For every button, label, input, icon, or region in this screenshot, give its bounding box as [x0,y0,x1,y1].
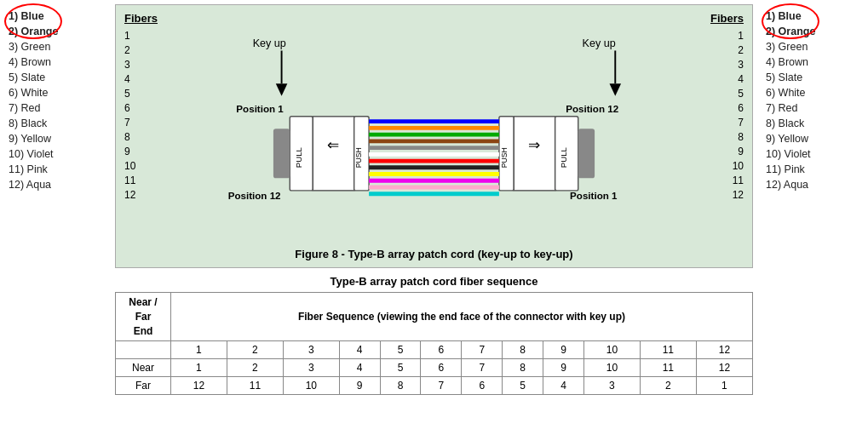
svg-marker-1 [276,83,288,96]
right-fiber-item: 7) Red [766,100,864,116]
right-fiber-item: 3) Green [766,39,864,54]
left-fiber-item: 12) Aqua [9,177,106,192]
page-container: 1) Blue2) Orange3) Green4) Brown5) Slate… [0,0,868,429]
far-row: Far 12 11 10 9 8 7 6 5 4 3 2 1 [116,377,753,395]
col-9: 9 [543,341,584,359]
fiber-num-left: 8 [124,130,135,145]
far-6: 7 [421,377,462,395]
left-fiber-item: 5) Slate [9,70,106,85]
push-label-right: PUSH [500,147,509,168]
right-fiber-item: 5) Slate [766,70,864,85]
far-7: 6 [462,377,503,395]
pull-label-right: PULL [559,146,568,168]
left-fiber-item: 4) Brown [9,54,106,70]
right-fiber-item: 6) White [766,85,864,100]
fiber-num-left: 5 [124,87,135,101]
far-10: 3 [583,377,640,395]
col-11: 11 [640,341,696,359]
fiber-numbers-right: 123456789101112 [733,29,744,203]
fiber-num-left: 11 [124,174,135,188]
col-7: 7 [462,341,503,359]
fiber-num-left: 2 [124,43,135,58]
fiber-num-right: 11 [733,174,744,188]
svg-marker-3 [610,83,622,96]
table-header-sequence: Fiber Sequence (viewing the end face of … [171,293,753,341]
near-5: 5 [380,359,421,377]
near-10: 10 [583,359,640,377]
fiber-list-right: 1) Blue2) Orange3) Green4) Brown5) Slate… [757,0,868,429]
left-fiber-item: 10) Violet [9,146,106,162]
near-3: 3 [283,359,339,377]
pull-label-left: PULL [294,146,303,168]
near-12: 12 [696,359,752,377]
position12-left: Position 12 [228,190,281,201]
left-fiber-item: 7) Red [9,100,106,116]
col-1: 1 [171,341,227,359]
near-label: Near [116,359,171,377]
fiber-num-right: 5 [733,87,744,101]
near-row: Near 1 2 3 4 5 6 7 8 9 10 11 12 [116,359,753,377]
near-8: 8 [503,359,543,377]
right-fiber-item: 10) Violet [766,146,864,162]
fiber-num-right: 6 [733,101,744,116]
fiber-num-right: 1 [733,29,744,43]
fiber-numbers-left: 123456789101112 [124,29,135,203]
key-up-right-label: Key up [583,37,616,49]
fiber-num-right: 2 [733,43,744,58]
col-10: 10 [583,341,640,359]
left-fiber-item: 8) Black [9,116,106,131]
far-1: 12 [171,377,227,395]
svg-rect-5 [313,117,354,191]
right-arrow-icon: ⇒ [528,136,540,153]
fiber-num-left: 4 [124,72,135,87]
col-3: 3 [283,341,339,359]
fiber-num-right: 9 [733,145,744,159]
near-7: 7 [462,359,503,377]
far-8: 5 [503,377,543,395]
fiber-num-left: 3 [124,58,135,72]
col-5: 5 [380,341,421,359]
col-6: 6 [421,341,462,359]
left-fiber-item: 9) Yellow [9,131,106,146]
fiber-num-right: 8 [733,130,744,145]
far-4: 9 [339,377,380,395]
left-fiber-item: 11) Pink [9,162,106,177]
far-12: 1 [696,377,752,395]
left-fiber-item: 1) Blue [9,9,106,24]
right-fiber-item: 8) Black [766,116,864,131]
fiber-num-right: 7 [733,116,744,130]
fiber-num-right: 3 [733,58,744,72]
svg-rect-11 [578,129,595,178]
fiber-sequence-table: Near /FarEnd Fiber Sequence (viewing the… [115,292,753,395]
right-fiber-item: 9) Yellow [766,131,864,146]
near-4: 4 [339,359,380,377]
fiber-num-right: 10 [733,159,744,174]
svg-rect-7 [273,129,290,178]
near-1: 1 [171,359,227,377]
diagram-area: Fibers Fibers 123456789101112 1234567891… [115,4,753,268]
fiber-num-left: 1 [124,29,135,43]
left-fiber-items: 1) Blue2) Orange3) Green4) Brown5) Slate… [9,9,106,192]
position1-left: Position 1 [236,103,284,114]
table-section: Type-B array patch cord fiber sequence N… [115,275,753,395]
fiber-num-right: 4 [733,72,744,87]
fiber-list-left: 1) Blue2) Orange3) Green4) Brown5) Slate… [0,0,111,429]
right-fiber-items: 1) Blue2) Orange3) Green4) Brown5) Slate… [766,9,864,192]
left-fiber-item: 6) White [9,85,106,100]
col-2: 2 [227,341,283,359]
right-fiber-item: 11) Pink [766,162,864,177]
right-fiber-item: 1) Blue [766,9,864,24]
near-2: 2 [227,359,283,377]
svg-rect-9 [514,117,555,191]
table-sub-label [116,341,171,359]
fiber-num-left: 6 [124,101,135,116]
key-up-left-label: Key up [253,37,286,49]
push-label-left: PUSH [354,147,363,168]
col-12: 12 [696,341,752,359]
far-3: 10 [283,377,339,395]
near-11: 11 [640,359,696,377]
fiber-num-left: 12 [124,188,135,203]
figure-caption: Figure 8 - Type-B array patch cord (key-… [116,248,752,260]
table-header-nearfar: Near /FarEnd [116,293,171,341]
far-2: 11 [227,377,283,395]
